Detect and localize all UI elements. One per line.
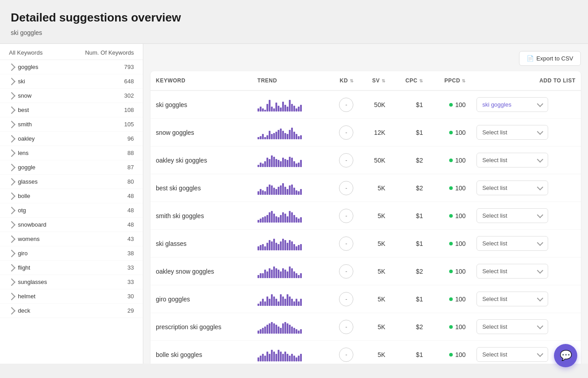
trend-bar: [275, 354, 277, 361]
trend-bar: [296, 273, 297, 278]
trend-chart: [258, 265, 320, 278]
chat-button[interactable]: 💬: [554, 344, 577, 364]
trend-bar: [273, 188, 275, 195]
sidebar-item-womens[interactable]: womens 43: [0, 232, 143, 246]
sv-cell: 5K: [359, 202, 391, 230]
kd-cell: -: [326, 258, 359, 285]
trend-bar: [293, 356, 295, 361]
trend-bar: [262, 244, 264, 250]
sidebar-item-label-2: snow: [18, 92, 31, 99]
table-row: ski goggles - 50K $1 100 ski goggles: [150, 90, 581, 119]
list-cell: Select list: [471, 202, 581, 230]
trend-bar: [278, 217, 279, 223]
trend-bar: [289, 240, 291, 250]
trend-bar: [300, 354, 302, 361]
trend-bar: [278, 301, 279, 306]
sidebar-item-helmet[interactable]: helmet 30: [0, 289, 143, 304]
page-subtitle: ski goggles: [11, 29, 577, 36]
trend-bar: [296, 134, 297, 139]
select-list-button[interactable]: Select list: [476, 264, 548, 279]
keyword-text: snow goggles: [156, 129, 194, 136]
trend-bar: [260, 107, 262, 112]
sidebar-item-glasses[interactable]: glasses 80: [0, 175, 143, 189]
list-chevron-icon: [537, 267, 543, 274]
sidebar-item-count-6: 88: [128, 150, 134, 156]
sidebar-item-count-2: 302: [124, 92, 134, 99]
trend-bar: [287, 189, 288, 195]
sidebar-item-snow[interactable]: snow 302: [0, 89, 143, 103]
sidebar-item-flight[interactable]: flight 33: [0, 261, 143, 275]
sidebar-item-goggle[interactable]: goggle 87: [0, 160, 143, 175]
select-list-button[interactable]: Select list: [476, 153, 548, 168]
sidebar-item-lens[interactable]: lens 88: [0, 146, 143, 160]
trend-cell: [252, 174, 326, 202]
export-icon: 📄: [527, 55, 534, 62]
keywords-table: KEYWORD TREND KD ⇅ SV ⇅ CPC ⇅ PPCD ⇅: [150, 71, 581, 364]
trend-bar: [300, 299, 302, 306]
trend-bar: [269, 240, 270, 250]
trend-bar: [293, 328, 295, 334]
col-header-kd[interactable]: KD ⇅: [326, 71, 359, 90]
cpc-cell: $1: [391, 202, 428, 230]
chevron-right-icon-17: [8, 307, 16, 314]
col-header-ppcd[interactable]: PPCD ⇅: [428, 71, 471, 90]
trend-bar: [293, 271, 295, 278]
sidebar-item-snowboard[interactable]: snowboard 48: [0, 218, 143, 232]
sidebar-item-label-16: helmet: [18, 293, 35, 300]
trend-bar: [278, 187, 279, 195]
trend-bar: [260, 219, 262, 223]
keyword-text: ski goggles: [156, 101, 187, 108]
ppcd-cell: 100: [428, 90, 471, 119]
sidebar-item-deck[interactable]: deck 29: [0, 304, 143, 318]
list-cell: Select list: [471, 285, 581, 313]
cpc-cell: $2: [391, 174, 428, 202]
trend-bar: [293, 188, 295, 195]
trend-bar: [282, 296, 284, 306]
sidebar-item-oakley[interactable]: oakley 96: [0, 132, 143, 146]
sidebar-item-giro[interactable]: giro 38: [0, 246, 143, 261]
export-csv-button[interactable]: 📄 Export to CSV: [519, 51, 581, 66]
sidebar-item-left-2: snow: [9, 92, 31, 99]
sidebar-item-left-12: womens: [9, 236, 39, 242]
trend-bar: [293, 106, 295, 112]
trend-bar: [296, 217, 297, 223]
sidebar-item-count-1: 648: [124, 78, 134, 85]
sidebar-item-label-11: snowboard: [18, 221, 47, 228]
sidebar-resize-handle[interactable]: [140, 44, 143, 364]
trend-bar: [291, 104, 293, 112]
select-list-button[interactable]: Select list: [476, 180, 548, 195]
trend-bar: [280, 215, 282, 223]
keyword-cell: ski goggles: [150, 90, 252, 119]
select-list-button[interactable]: Select list: [476, 125, 548, 140]
sidebar-item-smith[interactable]: smith 105: [0, 117, 143, 132]
chevron-right-icon-13: [8, 249, 16, 257]
select-list-button[interactable]: Select list: [476, 292, 548, 306]
sidebar-item-ski[interactable]: ski 648: [0, 74, 143, 89]
col-header-sv[interactable]: SV ⇅: [359, 71, 391, 90]
ppcd-value: 100: [455, 351, 466, 358]
trend-bar: [282, 239, 284, 250]
sidebar-item-left-17: deck: [9, 307, 30, 314]
col-header-keyword: KEYWORD: [150, 71, 252, 90]
sidebar-item-otg[interactable]: otg 48: [0, 203, 143, 218]
sidebar-item-left-6: lens: [9, 150, 29, 156]
trend-bar: [280, 294, 282, 306]
sidebar-item-goggles[interactable]: goggles 793: [0, 60, 143, 74]
select-list-button[interactable]: Select list: [476, 208, 548, 223]
col-header-cpc[interactable]: CPC ⇅: [391, 71, 428, 90]
trend-bar: [262, 134, 264, 139]
sv-cell: 50K: [359, 146, 391, 174]
select-list-button[interactable]: Select list: [476, 319, 548, 334]
ppcd-dot-icon: [449, 103, 453, 107]
select-list-button[interactable]: Select list: [476, 347, 548, 362]
trend-bar: [287, 294, 288, 306]
select-list-button[interactable]: Select list: [476, 236, 548, 251]
trend-bar: [258, 304, 259, 306]
sidebar-item-bolle[interactable]: bolle 48: [0, 189, 143, 203]
trend-bar: [298, 301, 300, 306]
sidebar-item-best[interactable]: best 108: [0, 103, 143, 117]
sidebar-item-left-1: ski: [9, 78, 25, 85]
select-list-button[interactable]: ski goggles: [476, 97, 548, 112]
kd-badge: -: [339, 181, 353, 195]
sidebar-item-sunglasses[interactable]: sunglasses 33: [0, 275, 143, 289]
